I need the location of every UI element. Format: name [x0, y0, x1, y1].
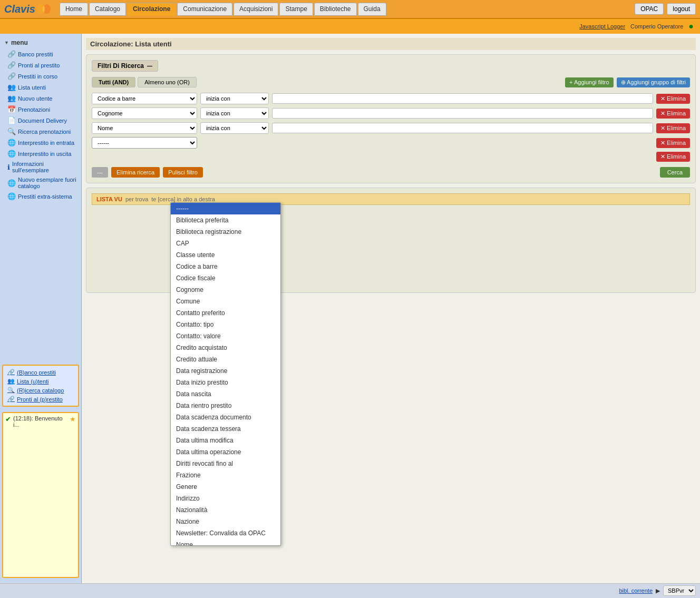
dropdown-item-17[interactable]: Data rientro prestito: [171, 400, 280, 411]
bibl-corrente-link[interactable]: bibl. corrente: [619, 587, 653, 594]
sidebar-item-informazioni-esemplare[interactable]: ℹ Informazioni sull'esemplare: [0, 159, 81, 175]
nav-comunicazione[interactable]: Comunicazione: [177, 3, 232, 16]
shortcut-pronti-prestito[interactable]: 🔗 Pronti al (p)restito: [5, 395, 76, 404]
add-filter-group-button[interactable]: ⊕ Aggiungi gruppo di filtri: [617, 77, 690, 87]
logout-button[interactable]: logout: [667, 3, 696, 15]
filter-op-3[interactable]: inizia con: [200, 122, 269, 134]
filter-row-5: ✕ Elimina: [92, 152, 690, 162]
clear-filter-button[interactable]: Pulisci filtro: [163, 167, 203, 178]
dropdown-item-15[interactable]: Data inizio prestito: [171, 377, 280, 388]
dropdown-item-5[interactable]: Codice a barre: [171, 261, 280, 272]
dropdown-item-10[interactable]: Contatto: tipo: [171, 319, 280, 330]
sidebar-item-pronti-prestito[interactable]: 🔗 Pronti al prestito: [0, 60, 81, 71]
status-arrow-icon: ▶: [656, 587, 660, 594]
sidebar-item-nuovo-utente[interactable]: 👥 Nuovo utente: [0, 93, 81, 104]
dropdown-item-20[interactable]: Data ultima modifica: [171, 435, 280, 446]
filter-row-2: Cognome inizia con ✕ Elimina: [92, 107, 690, 119]
status-bar: bibl. corrente ▶ SBPvr: [0, 583, 700, 597]
dropdown-item-19[interactable]: Data scadenza tessera: [171, 423, 280, 435]
opac-button[interactable]: OPAC: [635, 3, 664, 15]
informazioni-esemplare-icon: ℹ: [7, 163, 10, 171]
nav-biblioteche[interactable]: Biblioteche: [314, 3, 357, 16]
dropdown-item-4[interactable]: Classe utente: [171, 249, 280, 261]
dropdown-item-0[interactable]: ------: [171, 203, 280, 214]
filter-value-3[interactable]: [272, 123, 653, 133]
dropdown-item-23[interactable]: Frazione: [171, 469, 280, 481]
nav-acquisizioni[interactable]: Acquisizioni: [234, 3, 278, 16]
dropdown-item-28[interactable]: Newsletter: Convalida da OPAC: [171, 527, 280, 539]
sidebar-item-nuovo-esemplare[interactable]: 🌐 Nuovo esemplare fuori catalogo: [0, 175, 81, 191]
tab-all-and[interactable]: Tutti (AND): [92, 77, 135, 87]
tab-any-or[interactable]: Almeno uno (OR): [138, 77, 197, 87]
filter-field-4[interactable]: ------: [92, 137, 197, 149]
dropdown-item-24[interactable]: Genere: [171, 481, 280, 493]
dropdown-item-21[interactable]: Data ultima operazione: [171, 446, 280, 458]
search-button[interactable]: Cerca: [660, 167, 690, 178]
results-label: LISTA VU: [96, 196, 122, 202]
dropdown-item-3[interactable]: CAP: [171, 238, 280, 249]
dropdown-item-11[interactable]: Contatto: valore: [171, 330, 280, 342]
library-select[interactable]: SBPvr: [663, 585, 696, 596]
filter-field-1[interactable]: Codice a barre: [92, 93, 197, 104]
shortcut-lista-utenti[interactable]: 👥 Lista (u)tenti: [5, 377, 76, 386]
dropdown-item-2[interactable]: Biblioteca registrazione: [171, 226, 280, 238]
filter-value-2[interactable]: [272, 108, 653, 119]
content-area: Circolazione: Lista utenti Filtri Di Ric…: [82, 34, 700, 583]
sidebar-item-interprestito-entrata[interactable]: 🌐 Interprestito in entrata: [0, 137, 81, 148]
star-icon: ★: [70, 415, 76, 423]
shortcut-utenti-icon: 👥: [7, 378, 15, 385]
dropdown-item-26[interactable]: Nazionalità: [171, 504, 280, 516]
shortcut-ricerca-catalogo[interactable]: 🔍 (R)icerca catalogo: [5, 386, 76, 395]
app-logo: Clavis: [4, 3, 51, 15]
filter-header: Filtri Di Ricerca —: [92, 60, 158, 72]
dropdown-item-27[interactable]: Nazione: [171, 516, 280, 527]
dropdown-item-7[interactable]: Cognome: [171, 284, 280, 296]
dropdown-item-9[interactable]: Contatto preferito: [171, 307, 280, 319]
filter-field-2[interactable]: Cognome: [92, 107, 197, 119]
nav-guida[interactable]: Guida: [358, 3, 386, 16]
delete-search-button[interactable]: Elimina ricerca: [111, 167, 160, 178]
delete-filter-4[interactable]: ✕ Elimina: [656, 138, 690, 148]
dropdown-item-16[interactable]: Data nascita: [171, 388, 280, 400]
sidebar-item-prestiti-corso[interactable]: 🔗 Prestiti in corso: [0, 71, 81, 82]
sidebar-item-interprestito-uscita[interactable]: 🌐 Interprestito in uscita: [0, 148, 81, 159]
interprestito-entrata-icon: 🌐: [7, 139, 16, 146]
delete-filter-5[interactable]: ✕ Elimina: [656, 152, 690, 162]
shortcut-ricerca-icon: 🔍: [7, 387, 15, 394]
dropdown-item-1[interactable]: Biblioteca preferita: [171, 214, 280, 226]
filter-op-1[interactable]: inizia con: [200, 93, 269, 104]
back-button[interactable]: ---: [92, 167, 108, 178]
dropdown-item-12[interactable]: Credito acquistato: [171, 342, 280, 354]
shortcut-pronti-icon: 🔗: [7, 396, 15, 403]
filter-op-2[interactable]: inizia con: [200, 107, 269, 119]
nav-stampe[interactable]: Stampe: [279, 3, 313, 16]
sidebar-item-ricerca-prenotazioni[interactable]: 🔍 Ricerca prenotazioni: [0, 126, 81, 137]
dropdown-item-22[interactable]: Diritti revocati fino al: [171, 458, 280, 469]
sidebar-item-lista-utenti[interactable]: 👥 Lista utenti: [0, 82, 81, 93]
nav-catalogo[interactable]: Catalogo: [89, 3, 126, 16]
shortcut-banco-prestiti[interactable]: 🔗 (B)anco prestiti: [5, 368, 76, 377]
javascript-logger-link[interactable]: Javascript Logger: [579, 23, 625, 30]
pronti-prestito-icon: 🔗: [7, 61, 16, 69]
delete-filter-3[interactable]: ✕ Elimina: [656, 123, 690, 133]
delete-filter-1[interactable]: ✕ Elimina: [656, 94, 690, 104]
dropdown-item-8[interactable]: Comune: [171, 296, 280, 307]
dropdown-item-25[interactable]: Indirizzo: [171, 493, 280, 504]
delete-filter-2[interactable]: ✕ Elimina: [656, 109, 690, 119]
sidebar-item-prestiti-extra[interactable]: 🌐 Prestiti extra-sistema: [0, 191, 81, 202]
dropdown-scroll[interactable]: ------ Biblioteca preferita Biblioteca r…: [171, 203, 280, 545]
sidebar-item-document-delivery[interactable]: 📄 Document Delivery: [0, 115, 81, 126]
filter-value-1[interactable]: [272, 93, 653, 104]
dropdown-item-6[interactable]: Codice fiscale: [171, 272, 280, 284]
add-filter-button[interactable]: + Aggiungi filtro: [565, 77, 614, 87]
dropdown-item-13[interactable]: Credito attuale: [171, 354, 280, 365]
dropdown-item-14[interactable]: Data registrazione: [171, 365, 280, 377]
sidebar-item-banco-prestiti[interactable]: 🔗 Banco prestiti: [0, 48, 81, 60]
nav-circolazione[interactable]: Circolazione: [127, 3, 176, 16]
nav-home[interactable]: Home: [60, 3, 88, 16]
sidebar-item-prenotazioni[interactable]: 📅 Prenotazioni: [0, 104, 81, 115]
filter-field-3[interactable]: Nome: [92, 122, 197, 134]
dropdown-item-29[interactable]: Nome: [171, 539, 280, 545]
dropdown-item-18[interactable]: Data scadenza documento: [171, 411, 280, 423]
filter-tabs: Tutti (AND) Almeno uno (OR) + Aggiungi f…: [92, 77, 690, 87]
